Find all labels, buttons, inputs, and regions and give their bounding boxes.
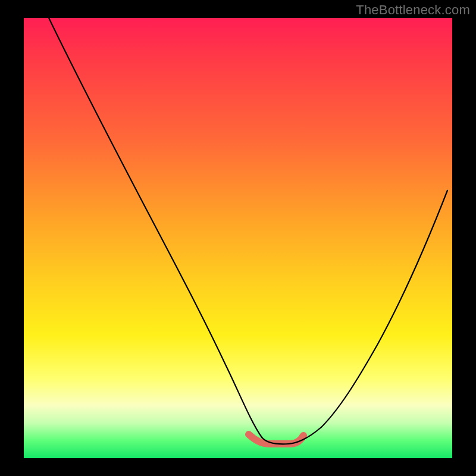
trough-highlight xyxy=(249,434,303,444)
curve-layer xyxy=(24,18,452,458)
plot-area xyxy=(24,18,452,458)
bottleneck-curve xyxy=(49,18,447,444)
chart-frame: TheBottleneck.com xyxy=(0,0,476,476)
watermark-text: TheBottleneck.com xyxy=(356,2,470,18)
